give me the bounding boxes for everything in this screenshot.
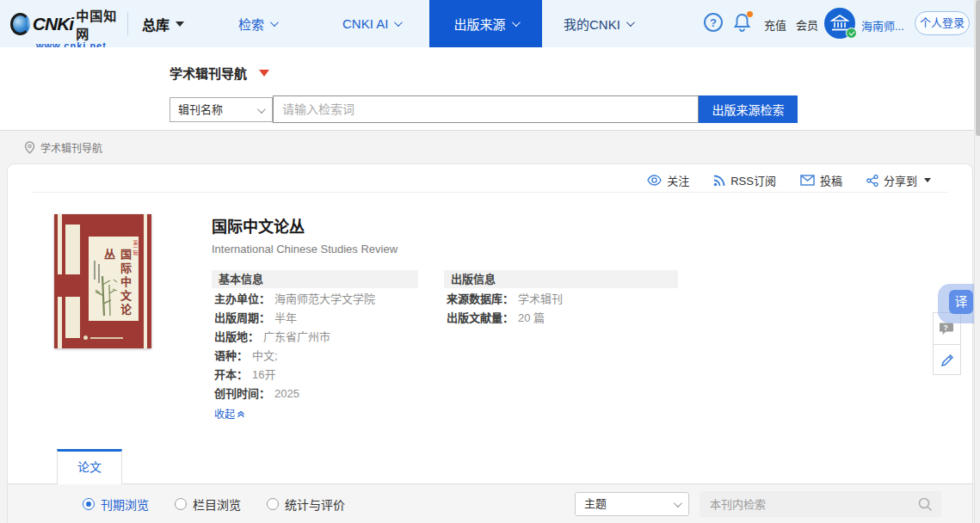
nav-my-cnki-label: 我的CNKI (564, 15, 620, 33)
info-row-organizer: 主办单位：海南师范大学文学院 (214, 290, 429, 309)
radio-icon (175, 498, 187, 510)
tab-papers[interactable]: 论文 (57, 449, 122, 484)
search-term-input[interactable] (273, 95, 699, 123)
publish-info-header: 出版信息 (444, 270, 678, 288)
location-pin-icon (24, 141, 35, 154)
nav-item-zongku[interactable]: 总库 (142, 0, 184, 47)
info-row-frequency: 出版周期：半年 (214, 309, 429, 328)
nav-zongku-label: 总库 (142, 14, 169, 34)
nav-cnki-ai-label: CNKI AI (342, 16, 388, 31)
notification-bell-icon[interactable] (733, 12, 752, 33)
chevron-down-icon (511, 18, 520, 27)
radio-stats-evaluation[interactable]: 统计与评价 (267, 495, 345, 513)
help-icon[interactable]: ? (704, 13, 723, 32)
publication-search-panel: 学术辑刊导航 辑刊名称 出版来源检索 (0, 47, 980, 131)
svg-text:?: ? (943, 323, 947, 332)
radio-issue-label: 刊期浏览 (101, 495, 149, 513)
chevron-down-icon (674, 499, 682, 508)
browse-mode-radios: 刊期浏览 栏目浏览 统计与评价 (83, 484, 345, 523)
publication-source-search-button[interactable]: 出版来源检索 (699, 95, 798, 123)
radio-icon (267, 498, 279, 510)
academic-collection-nav-title: 学术辑刊导航 (169, 64, 247, 82)
search-field-select-value: 辑刊名称 (178, 103, 223, 116)
nav-divider (127, 12, 128, 35)
journal-action-links: 关注 RSS订阅 投稿 分享到 (647, 172, 931, 188)
basic-info-list: 主办单位：海南师范大学文学院 出版周期：半年 出版地：广东省广州市 语种：中文;… (214, 290, 429, 403)
info-row-doc-count: 出版文献量：20 篇 (447, 309, 679, 328)
nav-item-search[interactable]: 检索 (238, 0, 276, 47)
nav-item-publication-source-active[interactable]: 出版来源 (429, 0, 542, 47)
caret-down-icon (176, 22, 184, 27)
cnki-logo[interactable]: CNKi 中国知网 www.cnki.net (10, 6, 122, 51)
logo-cnki-text: CNKi (33, 14, 73, 34)
rss-icon (713, 175, 725, 187)
publisher-mark (83, 335, 123, 340)
caret-down-icon (924, 178, 931, 182)
personal-login-button[interactable]: 个人登录 (915, 11, 970, 35)
info-row-founded: 创刊时间：2025 (214, 385, 429, 403)
actions-divider (32, 192, 948, 193)
logo-chinese-text: 中国知网 (76, 6, 122, 42)
member-link[interactable]: 会员 (796, 16, 818, 33)
collapse-link[interactable]: 收起 (214, 406, 245, 421)
journal-cover-image[interactable]: 第一辑 国际中文论丛 (54, 214, 151, 348)
magnifier-icon[interactable] (918, 497, 933, 512)
nav-item-my-cnki[interactable]: 我的CNKI (564, 0, 632, 47)
contribute-link[interactable]: 投稿 (800, 172, 842, 188)
chevron-down-icon (394, 18, 403, 27)
journal-title: 国际中文论丛 (212, 214, 305, 237)
collapse-label: 收起 (214, 406, 235, 421)
org-name-link[interactable]: 海南师... (861, 17, 904, 34)
chevron-down-icon (257, 105, 266, 114)
edit-feedback-button[interactable] (934, 344, 960, 375)
share-nodes-icon (866, 175, 878, 187)
nav-publication-source-label: 出版来源 (453, 15, 505, 33)
nav-item-cnki-ai[interactable]: CNKI AI (342, 0, 400, 47)
in-journal-search-input[interactable] (700, 491, 941, 517)
topic-field-select[interactable]: 主题 (575, 492, 689, 516)
verified-check-badge (846, 28, 857, 39)
eye-icon (647, 175, 662, 186)
globe-logo-icon (10, 13, 30, 35)
publish-info-list: 来源数据库：学术辑刊 出版文献量：20 篇 (447, 290, 679, 328)
chevron-down-icon (270, 18, 279, 27)
title-dropdown-caret-icon[interactable] (259, 70, 269, 77)
journal-subtitle-english: International Chinese Studies Review (212, 243, 398, 255)
journal-detail-card: 关注 RSS订阅 投稿 分享到 (7, 163, 973, 523)
nav-search-label: 检索 (238, 15, 264, 33)
info-row-language: 语种：中文; (214, 347, 429, 366)
rss-subscribe-link[interactable]: RSS订阅 (713, 172, 776, 188)
notification-dot (747, 11, 753, 17)
info-row-format: 开本：16开 (214, 366, 429, 385)
recharge-link[interactable]: 充值 (764, 16, 786, 33)
info-row-database: 来源数据库：学术辑刊 (447, 290, 679, 309)
radio-selected-icon (83, 498, 95, 510)
radio-issue-browse[interactable]: 刊期浏览 (83, 495, 149, 513)
share-label: 分享到 (884, 172, 917, 188)
rss-label: RSS订阅 (730, 172, 776, 188)
tab-strip: 论文 (8, 449, 972, 484)
radio-stats-label: 统计与评价 (285, 495, 345, 513)
breadcrumb[interactable]: 学术辑刊导航 (24, 140, 102, 155)
vertical-scrollbar-thumb[interactable] (976, 0, 980, 136)
search-field-select[interactable]: 辑刊名称 (169, 97, 273, 122)
bamboo-art (92, 273, 118, 317)
info-row-place: 出版地：广东省广州市 (214, 328, 429, 347)
radio-column-label: 栏目浏览 (193, 495, 241, 513)
translate-button[interactable]: 译 (949, 290, 973, 314)
topic-select-value: 主题 (584, 497, 607, 510)
envelope-icon (800, 175, 815, 186)
speech-question-icon: ? (940, 322, 955, 335)
share-link[interactable]: 分享到 (866, 172, 931, 188)
follow-link[interactable]: 关注 (647, 172, 689, 188)
browse-toolbar: 刊期浏览 栏目浏览 统计与评价 主题 (8, 484, 972, 523)
basic-info-header: 基本信息 (212, 270, 418, 288)
double-chevron-up-icon (237, 409, 245, 418)
pencil-icon (940, 353, 955, 368)
follow-label: 关注 (667, 172, 689, 188)
vertical-scrollbar-track[interactable] (974, 0, 980, 523)
radio-column-browse[interactable]: 栏目浏览 (175, 495, 241, 513)
top-navigation-bar: CNKi 中国知网 www.cnki.net 总库 检索 CNKI AI 出版来… (0, 0, 980, 47)
chevron-down-icon (626, 18, 635, 27)
contribute-label: 投稿 (820, 172, 842, 188)
